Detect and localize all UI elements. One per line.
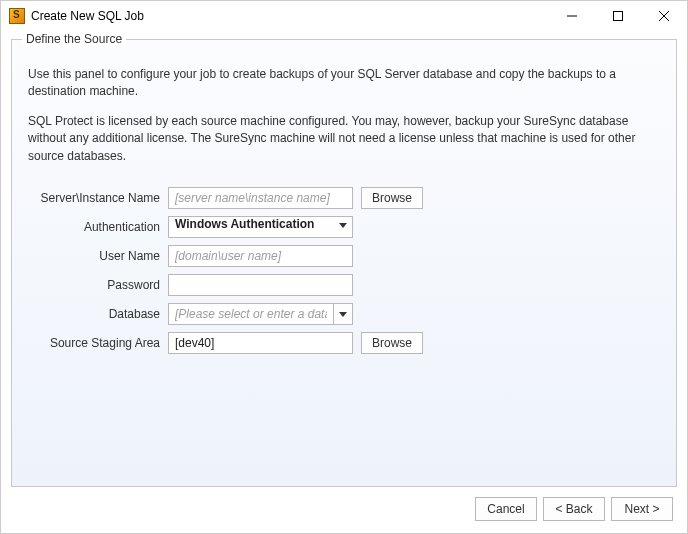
staging-label: Source Staging Area: [28, 336, 168, 350]
next-button[interactable]: Next >: [611, 497, 673, 521]
database-input[interactable]: [168, 303, 333, 325]
database-row: Database: [28, 303, 660, 325]
dialog-window: Create New SQL Job Define the Source Use…: [0, 0, 688, 534]
database-dropdown-button[interactable]: [333, 303, 353, 325]
database-label: Database: [28, 307, 168, 321]
minimize-icon: [567, 11, 577, 21]
description-2: SQL Protect is licensed by each source m…: [28, 113, 660, 165]
chevron-down-icon: [339, 223, 347, 228]
back-button[interactable]: < Back: [543, 497, 605, 521]
user-row: User Name: [28, 245, 660, 267]
maximize-button[interactable]: [595, 1, 641, 31]
content-area: Define the Source Use this panel to conf…: [1, 31, 687, 533]
svg-rect-1: [614, 12, 623, 21]
server-input[interactable]: [168, 187, 353, 209]
user-input[interactable]: [168, 245, 353, 267]
server-browse-button[interactable]: Browse: [361, 187, 423, 209]
auth-value: Windows Authentication: [175, 217, 314, 231]
server-label: Server\Instance Name: [28, 191, 168, 205]
staging-browse-button[interactable]: Browse: [361, 332, 423, 354]
footer-buttons: Cancel < Back Next >: [11, 487, 677, 523]
database-combo: [168, 303, 353, 325]
server-row: Server\Instance Name Browse: [28, 187, 660, 209]
close-button[interactable]: [641, 1, 687, 31]
auth-label: Authentication: [28, 220, 168, 234]
app-icon: [9, 8, 25, 24]
cancel-button[interactable]: Cancel: [475, 497, 537, 521]
group-legend: Define the Source: [22, 32, 126, 46]
password-label: Password: [28, 278, 168, 292]
password-row: Password: [28, 274, 660, 296]
user-label: User Name: [28, 249, 168, 263]
chevron-down-icon: [339, 312, 347, 317]
window-title: Create New SQL Job: [31, 9, 549, 23]
password-input[interactable]: [168, 274, 353, 296]
minimize-button[interactable]: [549, 1, 595, 31]
titlebar: Create New SQL Job: [1, 1, 687, 31]
close-icon: [659, 11, 669, 21]
window-controls: [549, 1, 687, 31]
maximize-icon: [613, 11, 623, 21]
define-source-group: Define the Source Use this panel to conf…: [11, 39, 677, 487]
auth-select[interactable]: Windows Authentication: [168, 216, 353, 238]
staging-row: Source Staging Area Browse: [28, 332, 660, 354]
description-1: Use this panel to configure your job to …: [28, 66, 660, 101]
form: Server\Instance Name Browse Authenticati…: [28, 187, 660, 354]
staging-input[interactable]: [168, 332, 353, 354]
auth-row: Authentication Windows Authentication: [28, 216, 660, 238]
